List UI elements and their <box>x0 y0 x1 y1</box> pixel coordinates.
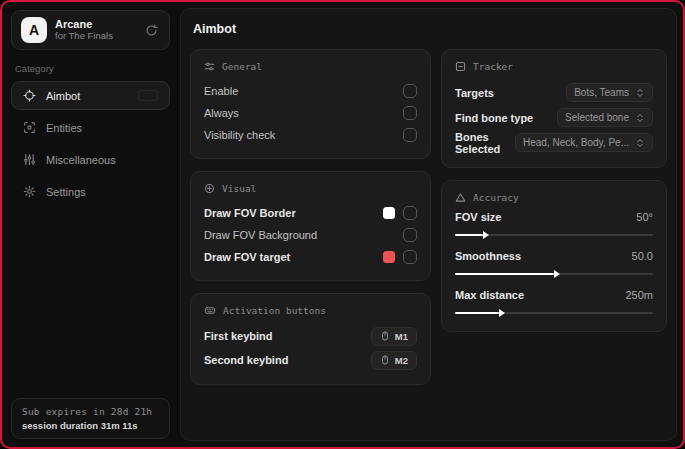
targets-select[interactable]: Bots, Teams <box>566 83 653 102</box>
activation-card: Activation buttons First keybind M1 <box>190 293 431 385</box>
slider-value: 50° <box>636 211 653 223</box>
page-title: Aimbot <box>193 22 664 36</box>
slider-thumb[interactable] <box>554 270 560 278</box>
general-card: General Enable Always Visibility check <box>190 49 431 159</box>
sidebar-item-label: Entities <box>46 122 82 134</box>
sidebar-item-miscellaneous[interactable]: Miscellaneous <box>11 145 170 174</box>
right-column: Tracker Targets Bots, Teams <box>441 49 667 332</box>
toggle-row-fov-background: Draw FOV Background <box>204 224 417 246</box>
visual-card: Visual Draw FOV Border Draw FOV Backgrou… <box>190 171 431 281</box>
general-icon <box>204 61 215 72</box>
sidebar-nav: Aimbot Entities <box>11 81 170 206</box>
slider-row-fov-size: FOV size 50° <box>455 211 653 239</box>
gear-icon <box>23 185 36 198</box>
first-keybind-button[interactable]: M1 <box>371 327 417 346</box>
keybind-value: M2 <box>395 355 408 366</box>
slider-label: Max distance <box>455 289 524 301</box>
select-row-bones-selected: Bones Selected Head, Neck, Body, Pe... <box>455 130 653 155</box>
brand-text: Arcane for The Finals <box>55 18 113 42</box>
refresh-icon[interactable] <box>143 22 160 39</box>
select-label: Bones Selected <box>455 131 515 155</box>
sidebar-item-entities[interactable]: Entities <box>11 113 170 142</box>
sidebar-item-label: Miscellaneous <box>46 154 116 166</box>
card-columns: General Enable Always Visibility check <box>190 49 667 385</box>
brand-subtitle: for The Finals <box>55 31 113 42</box>
enable-checkbox[interactable] <box>403 84 417 98</box>
toggle-label: Draw FOV Background <box>204 229 317 241</box>
select-label: Find bone type <box>455 112 533 124</box>
fov-target-color-swatch[interactable] <box>383 251 395 263</box>
slider-thumb[interactable] <box>483 231 489 239</box>
visual-card-title: Visual <box>222 183 256 194</box>
toggle-label: Draw FOV target <box>204 251 290 263</box>
accuracy-card: Accuracy FOV size 50° <box>441 180 667 332</box>
toggle-label: Visibility check <box>204 129 275 141</box>
toggle-label: Draw FOV Border <box>204 207 296 219</box>
app-window: A Arcane for The Finals Category Aimbot <box>0 0 685 449</box>
toggle-row-fov-target: Draw FOV target <box>204 246 417 268</box>
fov-border-checkbox[interactable] <box>403 206 417 220</box>
fov-size-slider[interactable] <box>455 230 653 239</box>
brand-name: Arcane <box>55 18 113 31</box>
toggle-label: Always <box>204 107 239 119</box>
keybind-label: First keybind <box>204 330 272 342</box>
select-label: Targets <box>455 87 494 99</box>
accuracy-card-title: Accuracy <box>473 192 519 203</box>
slider-track <box>455 273 653 275</box>
sliders-icon <box>23 153 36 166</box>
activation-card-title: Activation buttons <box>223 305 326 316</box>
crosshair-icon <box>23 89 36 102</box>
always-checkbox[interactable] <box>403 106 417 120</box>
sidebar-item-settings[interactable]: Settings <box>11 177 170 206</box>
brand-card: A Arcane for The Finals <box>11 10 170 50</box>
chevrons-up-down-icon <box>635 113 645 123</box>
tracker-card-header: Tracker <box>455 61 653 72</box>
general-card-title: General <box>222 61 262 72</box>
sidebar-item-label: Settings <box>46 186 86 198</box>
fov-target-checkbox[interactable] <box>403 250 417 264</box>
slider-label: FOV size <box>455 211 501 223</box>
fov-background-checkbox[interactable] <box>403 228 417 242</box>
chevrons-up-down-icon <box>635 88 645 98</box>
mouse-icon <box>380 331 390 341</box>
scan-icon <box>23 121 36 134</box>
select-value: Selected bone <box>565 112 629 123</box>
general-card-header: General <box>204 61 417 72</box>
keybind-label: Second keybind <box>204 354 288 366</box>
select-row-targets: Targets Bots, Teams <box>455 80 653 105</box>
fov-border-color-swatch[interactable] <box>383 207 395 219</box>
keyboard-icon <box>204 305 216 316</box>
select-row-find-bone-type: Find bone type Selected bone <box>455 105 653 130</box>
sub-expiry-text: Sub expires in 28d 21h <box>22 406 159 417</box>
max-distance-slider[interactable] <box>455 308 653 317</box>
keybind-value: M1 <box>395 331 408 342</box>
keybind-hint-box <box>138 90 158 101</box>
category-label: Category <box>15 63 166 74</box>
smoothness-slider[interactable] <box>455 269 653 278</box>
subscription-card: Sub expires in 28d 21h session duration … <box>11 398 170 439</box>
session-duration-text: session duration 31m 11s <box>22 420 159 431</box>
tracker-card-title: Tracker <box>473 61 513 72</box>
slider-track <box>455 312 653 314</box>
visibility-check-checkbox[interactable] <box>403 128 417 142</box>
main-panel: Aimbot General Enable <box>180 8 677 441</box>
slider-row-max-distance: Max distance 250m <box>455 289 653 317</box>
sidebar-item-aimbot[interactable]: Aimbot <box>11 81 170 110</box>
visual-icon <box>204 183 215 194</box>
select-value: Bots, Teams <box>574 87 629 98</box>
slider-track <box>455 234 653 236</box>
slider-value: 250m <box>625 289 653 301</box>
toggle-label: Enable <box>204 85 238 97</box>
slider-row-smoothness: Smoothness 50.0 <box>455 250 653 278</box>
find-bone-type-select[interactable]: Selected bone <box>557 108 653 127</box>
bones-selected-select[interactable]: Head, Neck, Body, Pe... <box>515 133 653 152</box>
second-keybind-button[interactable]: M2 <box>371 351 417 370</box>
mouse-icon <box>380 355 390 365</box>
slider-thumb[interactable] <box>499 309 505 317</box>
slider-value: 50.0 <box>632 250 653 262</box>
slider-fill <box>455 273 554 275</box>
keybind-row-first: First keybind M1 <box>204 324 417 348</box>
keybind-row-second: Second keybind M2 <box>204 348 417 372</box>
chevrons-up-down-icon <box>635 138 645 148</box>
slider-fill <box>455 234 483 236</box>
